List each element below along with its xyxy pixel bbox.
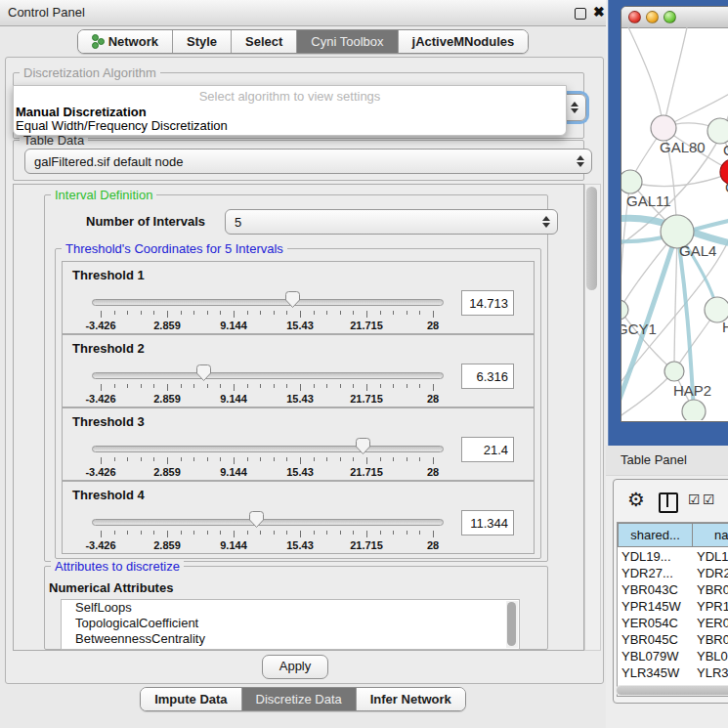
- cell-shared-name[interactable]: YLR345W: [621, 665, 679, 680]
- network-node[interactable]: [682, 400, 706, 420]
- cell-name[interactable]: YER0: [697, 616, 728, 630]
- network-node-label: GA: [723, 142, 728, 158]
- minimize-traffic-light-icon[interactable]: [646, 11, 659, 23]
- cell-shared-name[interactable]: YBR045C: [621, 632, 678, 647]
- threshold-value-input[interactable]: [461, 510, 514, 535]
- network-node[interactable]: [707, 118, 728, 144]
- network-node[interactable]: [651, 115, 676, 141]
- tab-jactivemnodules[interactable]: jActiveMNodules: [398, 30, 529, 53]
- settings-vertical-scrollbar[interactable]: [584, 184, 601, 651]
- cell-name[interactable]: YBR0: [697, 632, 728, 647]
- table-row[interactable]: YBL079WYBL0: [618, 648, 728, 664]
- network-icon: [92, 34, 104, 48]
- slider-zone: -3.4262.8599.14415.4321.71528: [101, 436, 433, 475]
- slider-tick: [314, 384, 315, 388]
- cell-name[interactable]: YBL0: [697, 649, 728, 664]
- slider-tick: [419, 311, 420, 315]
- slider-tick: [193, 311, 194, 315]
- cell-shared-name[interactable]: YBR043C: [621, 582, 678, 597]
- cell-shared-name[interactable]: YER054C: [621, 616, 678, 630]
- cell-name[interactable]: YBR0: [697, 582, 728, 597]
- close-traffic-light-icon[interactable]: [628, 11, 641, 23]
- zoom-traffic-light-icon[interactable]: [664, 11, 676, 23]
- float-window-icon[interactable]: [575, 8, 586, 20]
- attributes-scrollbar[interactable]: [506, 601, 518, 648]
- algorithm-option-manual[interactable]: Manual Discretization: [16, 105, 147, 119]
- table-row[interactable]: YBR043CYBR0: [618, 581, 728, 598]
- thresholds-group-title: Threshold's Coordinates for 5 Intervals: [62, 241, 287, 256]
- slider-tick-label: 15.43: [271, 320, 329, 331]
- tab-style[interactable]: Style: [172, 30, 231, 53]
- table-row[interactable]: YPR145WYPR1: [618, 598, 728, 615]
- tab-network[interactable]: Network: [78, 30, 172, 53]
- list-item[interactable]: BetweennessCentrality: [62, 631, 519, 647]
- network-edge[interactable]: [674, 232, 677, 371]
- slider-thumb[interactable]: [248, 510, 265, 529]
- slider-tick: [247, 457, 248, 461]
- network-edge[interactable]: [630, 172, 728, 187]
- list-item[interactable]: TopologicalCoefficient: [62, 616, 519, 631]
- table-row[interactable]: YDR27...YDR2: [618, 565, 728, 581]
- slider-thumb[interactable]: [195, 364, 212, 382]
- slider-tick-label: 2.859: [138, 320, 196, 331]
- threshold-value-input[interactable]: [461, 290, 514, 316]
- network-canvas[interactable]: GAL80GACGAL11GAL4GCY1HHAP2: [621, 27, 728, 420]
- threshold-value-input[interactable]: [461, 364, 514, 389]
- list-item[interactable]: SelfLoops: [62, 600, 519, 616]
- slider-tick: [181, 311, 182, 315]
- slider-tick-label: 28: [404, 466, 462, 478]
- top-tab-row: NetworkStyleSelectCyni ToolboxjActiveMNo…: [0, 27, 606, 55]
- slider-zone: -3.4262.8599.14415.4321.71528: [101, 363, 433, 402]
- column-header-name[interactable]: na: [692, 523, 728, 547]
- cell-shared-name[interactable]: YDL19...: [621, 549, 671, 564]
- tab-discretize-data[interactable]: Discretize Data: [241, 688, 356, 710]
- slider-thumb[interactable]: [355, 437, 371, 455]
- slider-thumb[interactable]: [284, 290, 301, 309]
- network-node-label: GAL4: [679, 242, 716, 259]
- slider-tick: [286, 311, 287, 315]
- network-node[interactable]: [621, 170, 642, 193]
- cell-name[interactable]: YPR1: [697, 599, 728, 614]
- algorithm-option-equal-width[interactable]: Equal Width/Frequency Discretization: [16, 118, 228, 133]
- cell-name[interactable]: YLR3: [697, 665, 728, 680]
- gear-icon[interactable]: ⚙: [627, 488, 645, 511]
- network-edge[interactable]: [664, 27, 687, 128]
- slider-tick: [114, 531, 115, 535]
- checkbox-checked-icon[interactable]: ☑: [688, 492, 701, 507]
- network-node[interactable]: [664, 362, 684, 381]
- slider-tick: [433, 311, 434, 318]
- table-data-combobox[interactable]: galFiltered.sif default node: [24, 149, 592, 174]
- table-horizontal-scrollbar[interactable]: [616, 685, 728, 696]
- slider-tick: [127, 311, 128, 315]
- cell-name[interactable]: YDR2: [697, 566, 728, 580]
- threshold-value-input[interactable]: [461, 437, 514, 462]
- checkbox-checked-icon[interactable]: ☑: [703, 492, 715, 507]
- apply-button[interactable]: Apply: [262, 655, 328, 679]
- slider-tick: [141, 457, 142, 461]
- network-window: GAL80GACGAL11GAL4GCY1HHAP2: [621, 6, 728, 422]
- table-row[interactable]: YDL19...YDL1: [618, 548, 728, 565]
- tab-select[interactable]: Select: [231, 30, 296, 53]
- tab-impute-data[interactable]: Impute Data: [141, 688, 240, 710]
- combo-stepper-icon: [577, 155, 584, 167]
- numerical-attributes-list[interactable]: SelfLoopsTopologicalCoefficientBetweenne…: [61, 599, 520, 650]
- cell-shared-name[interactable]: YBL079W: [621, 649, 679, 664]
- cell-shared-name[interactable]: YPR145W: [621, 599, 681, 614]
- table-row[interactable]: YLR345WYLR3: [618, 664, 728, 681]
- slider-tick: [366, 457, 367, 464]
- network-window-titlebar[interactable]: [621, 7, 728, 28]
- table-row[interactable]: YBR045CYBR0: [618, 631, 728, 648]
- num-intervals-combobox[interactable]: 5: [225, 209, 558, 235]
- tab-infer-network[interactable]: Infer Network: [356, 688, 465, 710]
- column-header-shared-name[interactable]: shared...: [618, 523, 693, 547]
- network-node[interactable]: [621, 300, 628, 320]
- cell-shared-name[interactable]: YDR27...: [621, 566, 673, 580]
- network-edge[interactable]: [628, 27, 664, 128]
- cell-name[interactable]: YDL1: [697, 549, 728, 564]
- slider-tick: [167, 311, 168, 318]
- table-row[interactable]: YER054CYER0: [618, 615, 728, 631]
- slider-tick: [353, 384, 354, 388]
- close-icon[interactable]: ✖: [593, 4, 605, 20]
- split-view-icon[interactable]: [659, 492, 678, 513]
- tab-cyni-toolbox[interactable]: Cyni Toolbox: [296, 30, 397, 53]
